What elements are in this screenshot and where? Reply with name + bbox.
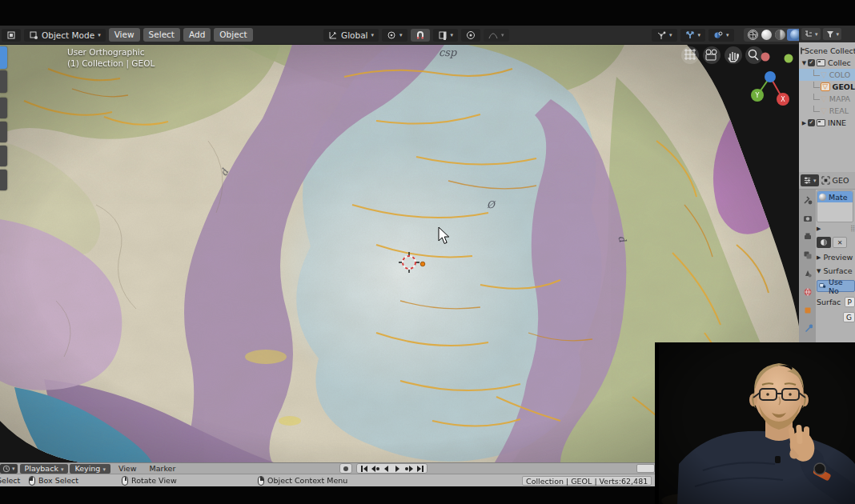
magnet-icon bbox=[415, 30, 425, 40]
outliner-collection-inne[interactable]: ▶ ✓ INNE bbox=[799, 117, 855, 129]
collection-checkbox[interactable]: ✓ bbox=[808, 59, 815, 66]
timeline-view-menu[interactable]: View bbox=[112, 464, 143, 473]
tool-rotate[interactable] bbox=[0, 122, 7, 142]
play-button[interactable] bbox=[392, 464, 403, 473]
xray-shading-dropdown[interactable]: ▾ bbox=[708, 29, 734, 42]
mesh-data-icon: ▽ bbox=[821, 71, 827, 79]
tree-branch bbox=[813, 82, 820, 88]
tab-modifiers[interactable] bbox=[802, 323, 813, 334]
current-frame-field[interactable] bbox=[636, 464, 655, 473]
material-preview-button[interactable] bbox=[775, 30, 785, 40]
tool-cursor[interactable] bbox=[0, 70, 7, 93]
grip-dots[interactable]: ⣿ bbox=[850, 225, 855, 232]
outliner-item-mapa[interactable]: ▽ MAPA bbox=[799, 93, 855, 105]
disclosure-open-icon[interactable]: ▼ bbox=[801, 60, 808, 66]
properties-tab-strip bbox=[799, 190, 816, 342]
timeline-marker-menu[interactable]: Marker bbox=[142, 464, 182, 473]
orientation-label: Global bbox=[341, 30, 368, 40]
disclosure-closed-icon[interactable]: ▶ bbox=[801, 120, 808, 126]
top-letterbox bbox=[0, 0, 855, 26]
zoom-button[interactable] bbox=[745, 46, 763, 64]
tab-view-layer[interactable] bbox=[802, 250, 813, 261]
tool-scale[interactable] bbox=[0, 146, 7, 166]
tab-object[interactable] bbox=[802, 305, 813, 316]
camera-view-button[interactable] bbox=[703, 46, 721, 64]
menu-select[interactable]: Select bbox=[143, 28, 180, 42]
menu-object[interactable]: Object bbox=[214, 28, 252, 42]
collapsed-icon: ▶ bbox=[817, 254, 821, 261]
prev-keyframe-button[interactable] bbox=[370, 464, 380, 473]
mode-dropdown[interactable]: Object Mode ▾ bbox=[24, 29, 106, 42]
preview-section[interactable]: ▶ Preview bbox=[817, 253, 855, 262]
secondary-value[interactable]: G bbox=[843, 312, 855, 322]
outliner-item-geol[interactable]: ▽ GEOL bbox=[799, 81, 855, 93]
pivot-dropdown[interactable]: ▾ bbox=[382, 29, 407, 42]
tab-scene[interactable] bbox=[802, 268, 813, 279]
tree-branch bbox=[813, 94, 820, 100]
expanded-icon: ▼ bbox=[817, 268, 821, 274]
use-nodes-button[interactable]: Use No bbox=[817, 280, 855, 292]
collection-label: INNE bbox=[828, 118, 846, 127]
tab-output[interactable] bbox=[802, 231, 813, 242]
clock-icon bbox=[2, 465, 10, 473]
collection-checkbox[interactable]: ✓ bbox=[808, 119, 815, 126]
jump-to-start-button[interactable] bbox=[359, 464, 369, 473]
tab-tool[interactable] bbox=[802, 194, 813, 206]
chevron-down-icon: ▾ bbox=[813, 178, 817, 184]
unlink-material-button[interactable]: ✕ bbox=[833, 237, 847, 248]
axis-neg-x-ball[interactable] bbox=[761, 53, 770, 62]
presenter-webcam bbox=[655, 342, 855, 504]
outliner-scene-collection[interactable]: Scene Collect bbox=[799, 45, 855, 57]
play-reverse-button[interactable] bbox=[381, 464, 391, 473]
tab-world[interactable] bbox=[802, 286, 813, 298]
browse-material-button[interactable] bbox=[817, 237, 831, 248]
keying-menu[interactable]: Keying ▾ bbox=[70, 464, 110, 474]
chevron-down-icon: ▾ bbox=[837, 31, 840, 38]
material-slot-label: Mate bbox=[829, 193, 848, 202]
menu-add[interactable]: Add bbox=[183, 28, 211, 42]
chevron-down-icon: ▾ bbox=[12, 466, 15, 472]
tab-render[interactable] bbox=[802, 213, 813, 224]
jump-to-end-button[interactable] bbox=[415, 464, 425, 473]
tool-select-box[interactable] bbox=[0, 46, 7, 69]
wireframe-shading-button[interactable] bbox=[748, 30, 758, 40]
outliner-editor-type-button[interactable]: ▾ bbox=[801, 28, 821, 40]
menu-view[interactable]: View bbox=[109, 28, 140, 42]
expand-icon[interactable]: ▶ bbox=[817, 226, 821, 232]
outliner-collection[interactable]: ▼ ✓ Collec bbox=[799, 57, 855, 69]
overlays-dropdown[interactable]: ▾ bbox=[680, 29, 706, 42]
editor-type-button[interactable] bbox=[2, 29, 21, 42]
record-icon bbox=[343, 466, 348, 471]
properties-editor-type-button[interactable]: ▾ bbox=[801, 174, 819, 186]
material-slot-list[interactable]: Mate bbox=[817, 190, 853, 222]
grid-ortho-button[interactable] bbox=[681, 46, 699, 64]
playback-menu[interactable]: Playback ▾ bbox=[20, 464, 69, 474]
gizmos-dropdown[interactable]: ▾ bbox=[652, 29, 677, 42]
tool-move[interactable] bbox=[0, 98, 7, 118]
tree-branch bbox=[813, 70, 820, 76]
pan-hand-button[interactable] bbox=[725, 46, 742, 64]
object-label: COLO bbox=[829, 70, 851, 79]
next-keyframe-button[interactable] bbox=[403, 464, 414, 473]
material-slot-selected[interactable]: Mate bbox=[817, 191, 853, 202]
snap-toggle[interactable] bbox=[411, 29, 430, 42]
viewport-editor-icon bbox=[6, 30, 16, 40]
solid-shading-button[interactable] bbox=[761, 30, 772, 40]
surface-shader-value[interactable]: P bbox=[845, 297, 855, 307]
outliner-filter-button[interactable]: ▾ bbox=[823, 28, 842, 40]
outliner-item-colo[interactable]: ▽ COLO bbox=[799, 69, 855, 81]
outliner-item-real[interactable]: ▽ REAL bbox=[799, 105, 855, 117]
orientation-dropdown[interactable]: Global ▾ bbox=[323, 29, 379, 42]
surface-section[interactable]: ▼ Surface bbox=[817, 266, 855, 275]
falloff-dropdown[interactable]: ▾ bbox=[484, 29, 509, 42]
timeline-editor-type-button[interactable]: ▾ bbox=[0, 464, 18, 474]
pivot-point-icon bbox=[387, 30, 396, 40]
axis-neg-y-ball[interactable] bbox=[785, 54, 793, 63]
auto-keying-button[interactable] bbox=[339, 463, 352, 474]
snap-settings-dropdown[interactable]: ▾ bbox=[433, 29, 459, 42]
status-context-menu-label: Object Context Menu bbox=[267, 476, 347, 485]
axis-z-ball[interactable] bbox=[765, 71, 776, 82]
tool-annotate[interactable] bbox=[0, 170, 7, 190]
proportional-editing-toggle[interactable] bbox=[461, 29, 480, 42]
status-context-menu: Object Context Menu bbox=[258, 476, 347, 486]
